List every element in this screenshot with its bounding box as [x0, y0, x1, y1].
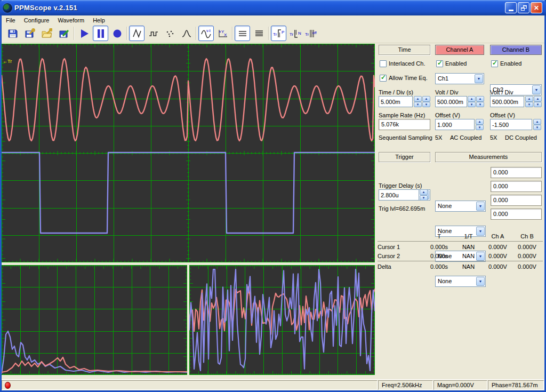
measurement-1-selected: None [438, 203, 452, 209]
channel-b-offset-stepper[interactable]: ▲▼ [533, 119, 541, 130]
trigger-delay-input[interactable] [379, 189, 419, 201]
pause-button[interactable] [93, 26, 108, 41]
interlaced-checkbox[interactable]: ✓ [380, 60, 387, 67]
trigger-level-label: Trig lvl=662.695m [379, 205, 425, 212]
dropdown-arrow-icon[interactable]: ▼ [476, 277, 485, 286]
divider [378, 241, 543, 242]
menu-waveform[interactable]: Waveform [53, 16, 89, 25]
delta-t: 0.000s [424, 263, 454, 270]
timediv-input[interactable] [379, 96, 413, 107]
channel-a-offset-input[interactable] [435, 119, 475, 130]
phase-spectrum-display[interactable] [189, 265, 375, 375]
channel-b-voltdiv-coarse-stepper[interactable]: ▲▼ [525, 96, 533, 107]
main-scope-display[interactable]: ←Tr [2, 44, 375, 262]
save-button[interactable] [5, 26, 20, 41]
title-bar[interactable]: PPMScope v.2.151 ✕ [0, 0, 546, 15]
cursor-2-ch-b: 0.000V [512, 253, 542, 259]
trigger-level-marker[interactable]: ←Tr [3, 59, 12, 64]
cursor-table: T 1/T Ch A Ch B Cursor 1 0.000s NAN 0.00… [378, 231, 543, 271]
dropdown-arrow-icon[interactable]: ▼ [476, 202, 485, 211]
xy-display-icon: Y X [217, 28, 229, 39]
toolbar-separator [126, 27, 127, 40]
record-indicator-icon [5, 382, 11, 389]
col-ch-b: Ch B [512, 233, 542, 239]
export-button[interactable] [56, 26, 71, 41]
samplerate-label: Sample Rate (Hz) [379, 112, 425, 118]
channel-b-voltdiv-fine-stepper[interactable]: ▲▼ [534, 96, 542, 107]
restore-button[interactable] [518, 2, 529, 13]
trigger-off-button[interactable]: Tr off [304, 26, 319, 41]
channel-b-enabled-label: Enabled [500, 60, 521, 67]
channel-a-button[interactable]: Channel A [435, 45, 484, 55]
status-phase: Phase=781.567m [488, 380, 544, 390]
toolbar-separator [268, 27, 269, 40]
display-vt-button[interactable]: v-t [198, 26, 214, 41]
channel-a-enabled-checkbox[interactable]: ✓ [436, 60, 443, 67]
channel-b-offset-input[interactable] [490, 119, 532, 130]
svg-text:P: P [282, 30, 284, 35]
cursor-1-inv-t: NAN [454, 244, 483, 250]
close-button[interactable]: ✕ [531, 2, 542, 13]
sampling-mode-label: Sequential Sampling [379, 134, 432, 141]
export-icon [59, 28, 69, 39]
menu-configure[interactable]: Configure [20, 16, 54, 25]
waveform-sine-button[interactable] [129, 26, 144, 41]
allow-time-eq-checkbox[interactable]: ✓ [380, 75, 387, 82]
lines-dense-icon [254, 28, 264, 39]
trigger-negative-button[interactable]: Tr N [287, 26, 303, 41]
channel-b-voltdiv-label: Volt / Div [490, 89, 513, 95]
persistence-high-button[interactable] [251, 26, 267, 41]
minimize-button[interactable] [505, 2, 517, 13]
record-icon [112, 28, 123, 39]
trigger-positive-icon: Tr P [272, 28, 285, 39]
cursor-2-row: Cursor 2 0.000s NAN 0.000V 0.000V [378, 251, 543, 260]
trigger-delay-stepper[interactable]: ▲▼ [420, 189, 428, 201]
menu-help[interactable]: Help [89, 16, 109, 25]
delta-inv-t: NAN [454, 263, 483, 270]
channel-b-button[interactable]: Channel B [490, 45, 542, 55]
cursor-1-label: Cursor 1 [378, 244, 424, 250]
dropdown-arrow-icon[interactable]: ▼ [475, 74, 483, 83]
channel-b-gain-label: 5X [490, 134, 497, 141]
restore-icon [521, 5, 527, 11]
status-freq: Freq=2.506kHz [378, 380, 433, 390]
cursor-2-ch-a: 0.000V [483, 253, 512, 259]
channel-a-voltdiv-coarse-stepper[interactable]: ▲▼ [468, 96, 476, 107]
window-border-left [0, 0, 2, 392]
waveform-square-button[interactable] [146, 26, 161, 41]
save-settings-button[interactable] [22, 26, 37, 41]
interlaced-label: Interlaced Ch. [389, 60, 425, 67]
noise-dots-icon [165, 28, 175, 39]
measurements-section-button[interactable]: Measurements [435, 152, 542, 162]
waveform-pulse-button[interactable] [179, 26, 194, 41]
channel-a-offset-stepper[interactable]: ▲▼ [476, 119, 484, 130]
measurement-4-select[interactable]: None ▼ [435, 276, 486, 287]
time-section-button[interactable]: Time [379, 45, 430, 55]
trigger-positive-button[interactable]: Tr P [271, 26, 286, 41]
channel-a-voltdiv-fine-stepper[interactable]: ▲▼ [476, 96, 484, 107]
svg-text:X: X [224, 33, 227, 37]
run-button[interactable] [76, 26, 92, 41]
timediv-coarse-stepper[interactable]: ▲▼ [414, 96, 422, 107]
persistence-low-button[interactable] [235, 26, 250, 41]
record-button[interactable] [109, 26, 125, 41]
menu-file[interactable]: File [2, 16, 20, 25]
open-settings-button[interactable] [39, 26, 54, 41]
channel-b-enabled-checkbox[interactable]: ✓ [491, 60, 498, 67]
timediv-fine-stepper[interactable]: ▲▼ [422, 96, 430, 107]
vt-display-icon: v-t [200, 28, 212, 39]
measurement-1-select[interactable]: None ▼ [435, 201, 486, 212]
lines-sparse-icon [237, 28, 248, 39]
trigger-section-button[interactable]: Trigger [379, 152, 430, 162]
channel-a-coupling-label: AC Coupled [450, 134, 481, 141]
toolbar-separator [232, 27, 233, 40]
window-title: PPMScope v.2.151 [14, 4, 77, 12]
channel-b-voltdiv-input[interactable] [490, 96, 524, 107]
dropdown-arrow-icon[interactable]: ▼ [532, 85, 541, 94]
waveform-noise-button[interactable] [162, 26, 178, 41]
display-xy-button[interactable]: Y X [215, 26, 230, 41]
channel-a-source-select[interactable]: Ch1 ▼ [435, 73, 484, 84]
channel-a-voltdiv-input[interactable] [435, 96, 467, 107]
fft-spectrum-display[interactable] [2, 265, 187, 375]
trigger-off-icon: Tr off [304, 28, 319, 39]
